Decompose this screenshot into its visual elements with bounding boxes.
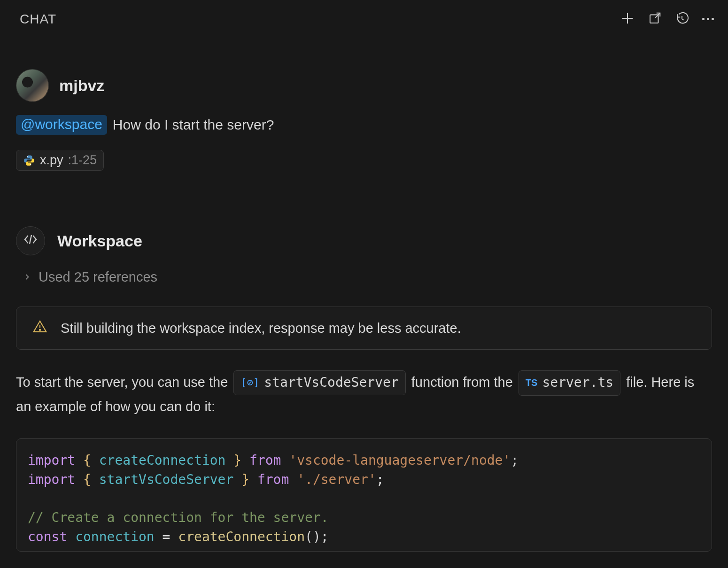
symbol-chip[interactable]: [⊘] startVsCodeServer bbox=[233, 370, 405, 395]
new-chat-button[interactable] bbox=[620, 11, 635, 27]
symbol-chip-label: startVsCodeServer bbox=[264, 372, 399, 393]
agent-response: To start the server, you can use the [⊘]… bbox=[16, 370, 712, 418]
warning-banner: Still building the workspace index, resp… bbox=[16, 307, 712, 350]
workspace-mention[interactable]: @workspace bbox=[16, 115, 107, 135]
references-toggle[interactable]: Used 25 references bbox=[23, 269, 712, 285]
agent-name: Workspace bbox=[57, 232, 142, 250]
user-prompt: @workspace How do I start the server? bbox=[16, 115, 712, 135]
header-actions bbox=[620, 11, 714, 27]
warning-icon bbox=[32, 319, 47, 337]
avatar bbox=[16, 69, 49, 102]
username: mjbvz bbox=[59, 77, 104, 95]
user-header: mjbvz bbox=[16, 69, 712, 102]
svg-line-3 bbox=[655, 13, 660, 18]
prompt-text: How do I start the server? bbox=[113, 117, 274, 133]
agent-header: Workspace bbox=[16, 226, 712, 255]
warning-text: Still building the workspace index, resp… bbox=[61, 321, 461, 336]
code-brackets-icon bbox=[23, 232, 38, 250]
open-new-window-icon bbox=[648, 11, 662, 27]
agent-avatar bbox=[16, 226, 45, 255]
response-segment: function from the bbox=[411, 375, 517, 390]
ts-badge: TS bbox=[526, 375, 538, 391]
chevron-right-icon bbox=[23, 269, 32, 285]
context-chip-range: :1-25 bbox=[68, 153, 97, 168]
context-chip-file: x.py bbox=[40, 153, 63, 168]
svg-line-6 bbox=[30, 235, 31, 244]
panel-title: CHAT bbox=[20, 12, 56, 27]
more-actions-button[interactable] bbox=[702, 18, 714, 20]
plus-icon bbox=[620, 11, 635, 27]
svg-point-5 bbox=[30, 164, 31, 165]
file-chip[interactable]: TS server.ts bbox=[519, 370, 620, 395]
open-new-window-button[interactable] bbox=[648, 11, 662, 27]
code-block[interactable]: import { createConnection } from 'vscode… bbox=[16, 438, 712, 552]
context-file-chip[interactable]: x.py:1-25 bbox=[16, 150, 104, 171]
svg-point-8 bbox=[39, 329, 40, 330]
response-segment: To start the server, you can use the bbox=[16, 375, 232, 390]
python-icon bbox=[23, 154, 35, 167]
history-icon bbox=[675, 11, 689, 27]
svg-point-4 bbox=[27, 156, 28, 157]
symbol-icon: [⊘] bbox=[240, 374, 259, 391]
file-chip-label: server.ts bbox=[542, 372, 613, 393]
chat-header: CHAT bbox=[0, 0, 728, 36]
ellipsis-icon bbox=[702, 18, 714, 20]
history-button[interactable] bbox=[675, 11, 689, 27]
references-label: Used 25 references bbox=[39, 269, 157, 285]
